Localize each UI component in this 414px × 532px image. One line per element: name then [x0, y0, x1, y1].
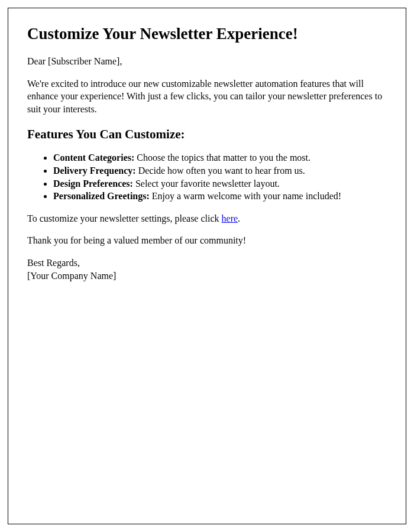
- cta-paragraph: To customize your newsletter settings, p…: [27, 212, 387, 225]
- document-container: Customize Your Newsletter Experience! De…: [8, 8, 406, 524]
- signoff-block: Best Regards, [Your Company Name]: [27, 257, 387, 282]
- list-item: Content Categories: Choose the topics th…: [53, 151, 387, 164]
- signoff-line: Best Regards,: [27, 257, 387, 270]
- feature-desc: Select your favorite newsletter layout.: [133, 179, 280, 189]
- list-item: Design Preferences: Select your favorite…: [53, 177, 387, 190]
- feature-desc: Decide how often you want to hear from u…: [136, 166, 305, 176]
- page-title: Customize Your Newsletter Experience!: [27, 25, 387, 43]
- cta-suffix: .: [238, 213, 240, 223]
- list-item: Delivery Frequency: Decide how often you…: [53, 164, 387, 177]
- thankyou-paragraph: Thank you for being a valued member of o…: [27, 234, 387, 247]
- feature-label: Delivery Frequency:: [53, 166, 136, 176]
- features-list: Content Categories: Choose the topics th…: [53, 151, 387, 202]
- feature-desc: Enjoy a warm welcome with your name incl…: [150, 191, 341, 201]
- intro-paragraph: We're excited to introduce our new custo…: [27, 77, 387, 116]
- feature-desc: Choose the topics that matter to you the…: [134, 153, 310, 163]
- list-item: Personalized Greetings: Enjoy a warm wel…: [53, 190, 387, 203]
- signoff-line: [Your Company Name]: [27, 270, 387, 283]
- feature-label: Design Preferences:: [53, 179, 133, 189]
- features-heading: Features You Can Customize:: [27, 127, 387, 142]
- cta-link[interactable]: here: [222, 213, 238, 223]
- cta-prefix: To customize your newsletter settings, p…: [27, 213, 222, 223]
- greeting-line: Dear [Subscriber Name],: [27, 55, 387, 68]
- feature-label: Personalized Greetings:: [53, 191, 150, 201]
- feature-label: Content Categories:: [53, 153, 134, 163]
